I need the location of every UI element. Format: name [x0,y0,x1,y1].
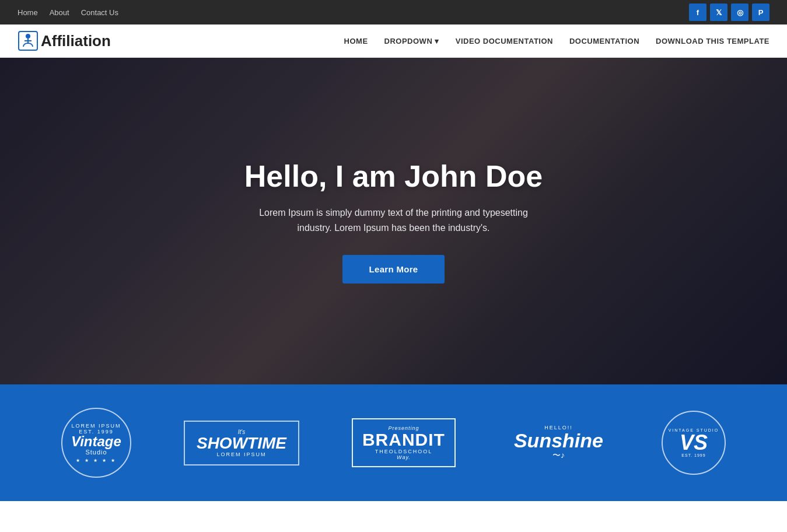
top-nav-home[interactable]: Home [18,8,38,17]
brandit-main: BRANDIT [362,431,445,449]
brandit-way: Way. [397,454,411,460]
top-nav-contact[interactable]: Contact Us [81,8,118,17]
vs-est: EST. 1999 [681,453,705,457]
brand-name: Affiliation [41,32,111,50]
showtime-badge: It's SHOWTIME LOREM IPSUM [184,421,299,466]
vintage-sub: Studio [85,449,107,456]
svg-point-1 [26,34,30,38]
vintage-lorem: LOREM IPSUM [71,423,121,429]
vs-main: VS [680,432,708,453]
showtime-sub: LOREM IPSUM [216,452,266,457]
facebook-icon[interactable]: f [689,4,706,21]
hero-section: Hello, I am John Doe Lorem Ipsum is simp… [0,58,787,384]
main-menu: HOME DROPDOWN ▾ VIDEO DOCUMENTATION DOCU… [344,37,769,46]
menu-documentation[interactable]: DOCUMENTATION [569,37,639,46]
logo[interactable]: Affiliation [18,30,111,51]
vintage-main: Vintage [71,435,121,449]
vintage-dots: ★ ★ ★ ★ ★ [76,458,117,463]
sunshine-badge: HELLO!! Sunshine 〜♪ [508,419,609,467]
brandit-badge: Presenting BRANDIT THEOLDSCHOOL Way. [352,418,456,467]
instagram-icon[interactable]: ◎ [731,4,748,21]
vintage-studio-badge: LOREM IPSUM EST. 1999 Vintage Studio ★ ★… [61,408,131,478]
vs-badge: VINTAGE STUDIO VS EST. 1999 [662,411,726,475]
top-nav: Home About Contact Us [18,8,118,17]
logos-section: LOREM IPSUM EST. 1999 Vintage Studio ★ ★… [0,384,787,501]
menu-dropdown[interactable]: DROPDOWN ▾ [384,37,439,46]
sunshine-main: Sunshine [514,430,603,450]
menu-download[interactable]: DOWNLOAD THIS TEMPLATE [656,37,769,46]
chevron-down-icon: ▾ [435,37,439,46]
brandit-oldschool: THEOLDSCHOOL [375,449,433,454]
showtime-main: SHOWTIME [197,435,286,452]
top-bar: Home About Contact Us f 𝕏 ◎ P [0,0,787,24]
top-nav-about[interactable]: About [50,8,69,17]
main-nav: Affiliation HOME DROPDOWN ▾ VIDEO DOCUME… [0,24,787,58]
hero-heading: Hello, I am John Doe [242,159,545,194]
menu-video-doc[interactable]: VIDEO DOCUMENTATION [456,37,553,46]
top-social: f 𝕏 ◎ P [689,4,769,21]
hero-content: Hello, I am John Doe Lorem Ipsum is simp… [242,159,545,284]
pinterest-icon[interactable]: P [752,4,769,21]
sunshine-swirl: 〜♪ [552,450,565,461]
menu-home[interactable]: HOME [344,37,368,46]
logo-icon [18,30,39,51]
learn-more-button[interactable]: Learn More [342,255,445,284]
twitter-icon[interactable]: 𝕏 [710,4,727,21]
hero-subtext: Lorem Ipsum is simply dummy text of the … [242,205,545,235]
